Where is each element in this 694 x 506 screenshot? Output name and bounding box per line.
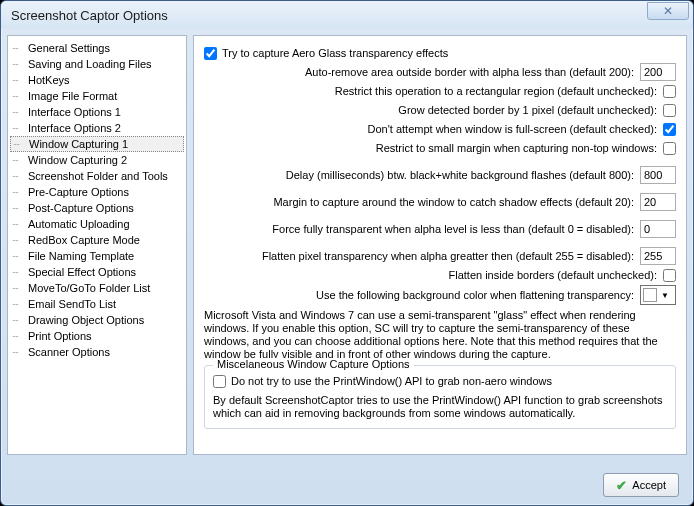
sidebar-item-label: Automatic Uploading [28,218,130,230]
tree-connector-icon: ···· [12,331,26,341]
sidebar-item-label: Saving and Loading Files [28,58,152,70]
flatten-inside-checkbox[interactable] [663,269,676,282]
category-tree[interactable]: ····General Settings····Saving and Loadi… [7,35,187,455]
aero-checkbox[interactable] [204,47,217,60]
sidebar-item-label: Scanner Options [28,346,110,358]
printwindow-checkbox[interactable] [213,375,226,388]
tree-connector-icon: ···· [12,59,26,69]
tree-connector-icon: ···· [12,171,26,181]
force-transparent-input[interactable] [640,220,676,238]
tree-connector-icon: ···· [12,203,26,213]
accept-button[interactable]: ✔ Accept [603,473,679,497]
aero-description: Microsoft Vista and Windows 7 can use a … [204,309,676,361]
sidebar-item-label: RedBox Capture Mode [28,234,140,246]
tree-connector-icon: ···· [12,75,26,85]
tree-connector-icon: ···· [12,235,26,245]
smallmargin-label: Restrict to small margin when capturing … [376,142,657,154]
color-swatch [643,288,657,302]
bgcolor-picker[interactable]: ▼ [640,285,676,305]
sidebar-item[interactable]: ····Automatic Uploading [10,216,184,232]
misc-title: Miscelaneous Window Capture Options [213,358,414,370]
options-dialog: Screenshot Captor Options ✕ ····General … [0,0,694,506]
sidebar-item-label: Image File Format [28,90,117,102]
sidebar-item-label: Email SendTo List [28,298,116,310]
sidebar-item[interactable]: ····Screenshot Folder and Tools [10,168,184,184]
auto-remove-input[interactable] [640,63,676,81]
sidebar-item[interactable]: ····Print Options [10,328,184,344]
sidebar-item[interactable]: ····Pre-Capture Options [10,184,184,200]
sidebar-item[interactable]: ····MoveTo/GoTo Folder List [10,280,184,296]
sidebar-item-label: Interface Options 1 [28,106,121,118]
sidebar-item[interactable]: ····Special Effect Options [10,264,184,280]
misc-groupbox: Miscelaneous Window Capture Options Do n… [204,365,676,429]
sidebar-item[interactable]: ····Drawing Object Options [10,312,184,328]
tree-connector-icon: ···· [12,267,26,277]
margin-input[interactable] [640,193,676,211]
sidebar-item-label: Window Capturing 2 [28,154,127,166]
sidebar-item[interactable]: ····Window Capturing 1 [10,136,184,152]
titlebar[interactable]: Screenshot Captor Options ✕ [1,1,693,29]
sidebar-item[interactable]: ····Post-Capture Options [10,200,184,216]
tree-connector-icon: ···· [12,43,26,53]
printwindow-description: By default ScreenshotCaptor tries to use… [213,394,667,420]
fullscreen-label: Don't attempt when window is full-screen… [368,123,657,135]
flatten-label: Flatten pixel transparency when alpha gr… [262,250,634,262]
sidebar-item-label: Pre-Capture Options [28,186,129,198]
smallmargin-checkbox[interactable] [663,142,676,155]
grow-border-label: Grow detected border by 1 pixel (default… [398,104,657,116]
force-transparent-label: Force fully transparent when alpha level… [272,223,634,235]
options-panel: Try to capture Aero Glass transparency e… [193,35,687,455]
sidebar-item[interactable]: ····File Naming Template [10,248,184,264]
bgcolor-label: Use the following background color when … [316,289,634,301]
sidebar-item[interactable]: ····Interface Options 1 [10,104,184,120]
chevron-down-icon: ▼ [661,291,669,300]
delay-label: Delay (milliseconds) btw. black+white ba… [286,169,634,181]
sidebar-item[interactable]: ····RedBox Capture Mode [10,232,184,248]
sidebar-item-label: HotKeys [28,74,70,86]
sidebar-item[interactable]: ····General Settings [10,40,184,56]
close-button[interactable]: ✕ [647,2,689,20]
tree-connector-icon: ···· [12,251,26,261]
flatten-input[interactable] [640,247,676,265]
tree-connector-icon: ···· [12,347,26,357]
sidebar-item[interactable]: ····Scanner Options [10,344,184,360]
fullscreen-checkbox[interactable] [663,123,676,136]
tree-connector-icon: ···· [12,187,26,197]
auto-remove-label: Auto-remove area outside border with alp… [305,66,634,78]
tree-connector-icon: ···· [12,315,26,325]
sidebar-item-label: Special Effect Options [28,266,136,278]
sidebar-item-label: Interface Options 2 [28,122,121,134]
sidebar-item-label: General Settings [28,42,110,54]
sidebar-item[interactable]: ····Email SendTo List [10,296,184,312]
tree-connector-icon: ···· [12,91,26,101]
accept-label: Accept [632,479,666,491]
window-title: Screenshot Captor Options [11,8,647,23]
printwindow-label: Do not try to use the PrintWindow() API … [231,375,552,387]
sidebar-item[interactable]: ····Interface Options 2 [10,120,184,136]
grow-border-checkbox[interactable] [663,104,676,117]
tree-connector-icon: ···· [12,299,26,309]
sidebar-item-label: Screenshot Folder and Tools [28,170,168,182]
delay-input[interactable] [640,166,676,184]
tree-connector-icon: ···· [12,123,26,133]
sidebar-item-label: File Naming Template [28,250,134,262]
sidebar-item-label: MoveTo/GoTo Folder List [28,282,150,294]
sidebar-item[interactable]: ····Saving and Loading Files [10,56,184,72]
sidebar-item-label: Drawing Object Options [28,314,144,326]
sidebar-item[interactable]: ····Image File Format [10,88,184,104]
tree-connector-icon: ···· [12,155,26,165]
tree-connector-icon: ···· [13,139,27,149]
sidebar-item[interactable]: ····HotKeys [10,72,184,88]
sidebar-item-label: Post-Capture Options [28,202,134,214]
aero-label: Try to capture Aero Glass transparency e… [222,47,448,59]
flatten-inside-label: Flatten inside borders (default unchecke… [448,269,657,281]
restrict-rect-label: Restrict this operation to a rectangular… [335,85,657,97]
tree-connector-icon: ···· [12,283,26,293]
sidebar-item[interactable]: ····Window Capturing 2 [10,152,184,168]
sidebar-item-label: Print Options [28,330,92,342]
sidebar-item-label: Window Capturing 1 [29,138,128,150]
restrict-rect-checkbox[interactable] [663,85,676,98]
margin-label: Margin to capture around the window to c… [273,196,634,208]
tree-connector-icon: ···· [12,107,26,117]
check-icon: ✔ [616,478,627,493]
